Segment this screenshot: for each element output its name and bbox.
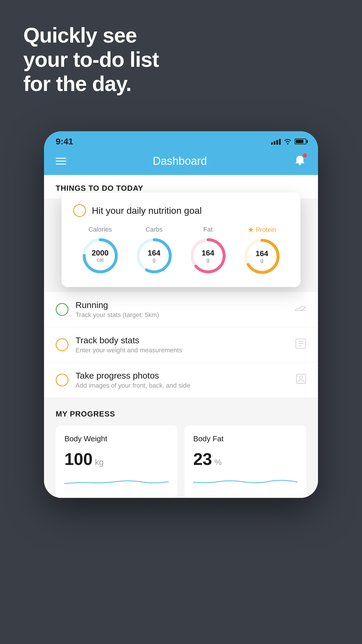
running-desc: Track your stats (target: 5km) xyxy=(75,311,295,319)
body-weight-value-row: 100 kg xyxy=(64,449,169,469)
fat-value: 164 xyxy=(202,249,214,257)
body-weight-title: Body Weight xyxy=(64,434,169,443)
carbs-unit: g xyxy=(148,257,160,263)
fat-ring: 164 g xyxy=(189,237,227,275)
header-title: Dashboard xyxy=(153,155,207,167)
body-fat-title: Body Fat xyxy=(193,434,298,443)
svg-point-11 xyxy=(300,376,303,379)
app-header: Dashboard xyxy=(44,149,318,175)
running-shoe-icon xyxy=(295,303,306,316)
calories-unit: cal xyxy=(92,257,109,263)
running-checkbox[interactable] xyxy=(56,303,68,316)
todo-list: Running Track your stats (target: 5km) T… xyxy=(44,292,318,398)
progress-section: MY PROGRESS Body Weight 100 kg Body Fat xyxy=(44,398,318,498)
nutrition-carbs: Carbs 164 g xyxy=(135,226,173,275)
body-fat-card: Body Fat 23 % xyxy=(184,426,306,498)
wifi-icon xyxy=(284,138,292,145)
todo-item-body-stats[interactable]: Track body stats Enter your weight and m… xyxy=(44,327,318,363)
calories-ring: 2000 cal xyxy=(81,237,119,275)
status-time: 9:41 xyxy=(56,136,73,146)
body-fat-value: 23 xyxy=(193,449,212,469)
fat-label: Fat xyxy=(203,226,213,233)
running-text: Running Track your stats (target: 5km) xyxy=(75,300,295,319)
progress-cards: Body Weight 100 kg Body Fat 23 % xyxy=(56,426,306,498)
protein-value: 164 xyxy=(256,249,268,258)
nutrition-fat: Fat 164 g xyxy=(189,226,227,275)
todo-item-running[interactable]: Running Track your stats (target: 5km) xyxy=(44,292,318,327)
body-weight-unit: kg xyxy=(95,458,104,467)
body-fat-unit: % xyxy=(215,458,222,467)
carbs-value: 164 xyxy=(148,249,160,257)
photos-desc: Add images of your front, back, and side xyxy=(75,382,296,389)
nutrition-card-title: Hit your daily nutrition goal xyxy=(92,205,202,216)
photos-checkbox[interactable] xyxy=(56,374,68,386)
carbs-ring: 164 g xyxy=(135,237,173,275)
carbs-label: Carbs xyxy=(145,226,163,233)
app-content: THINGS TO DO TODAY Hit your daily nutrit… xyxy=(44,175,318,498)
body-stats-name: Track body stats xyxy=(75,335,295,345)
nutrition-circles: Calories 2000 cal Carbs xyxy=(73,226,289,275)
protein-unit: g xyxy=(256,258,268,263)
headline-line1: Quickly see xyxy=(23,23,159,48)
nutrition-calories: Calories 2000 cal xyxy=(81,226,119,275)
notification-bell-button[interactable] xyxy=(294,154,306,168)
body-weight-card: Body Weight 100 kg xyxy=(56,426,178,498)
body-stats-checkbox[interactable] xyxy=(56,338,68,351)
body-fat-value-row: 23 % xyxy=(193,449,298,469)
body-fat-chart xyxy=(193,473,298,488)
nutrition-card: Hit your daily nutrition goal Calories 2… xyxy=(61,192,301,287)
phone-mockup: 9:41 Dashboard xyxy=(44,131,318,498)
body-weight-value: 100 xyxy=(64,449,93,469)
signal-bars-icon xyxy=(271,138,281,145)
fat-unit: g xyxy=(202,257,214,263)
photos-text: Take progress photos Add images of your … xyxy=(75,371,296,389)
nutrition-protein: ★ Protein 164 g xyxy=(243,226,281,275)
body-stats-text: Track body stats Enter your weight and m… xyxy=(75,335,295,354)
protein-label: Protein xyxy=(256,226,276,234)
body-stats-desc: Enter your weight and measurements xyxy=(75,346,295,354)
person-photo-icon xyxy=(296,374,306,387)
protein-ring: 164 g xyxy=(243,237,281,275)
status-icons xyxy=(271,138,306,145)
photos-name: Take progress photos xyxy=(75,371,296,381)
headline-line2: your to-do list xyxy=(23,48,159,72)
calories-value: 2000 xyxy=(92,249,109,257)
todo-item-photos[interactable]: Take progress photos Add images of your … xyxy=(44,363,318,398)
svg-point-0 xyxy=(287,143,289,145)
nutrition-checkbox[interactable] xyxy=(73,204,86,217)
headline-line3: for the day. xyxy=(23,72,159,96)
status-bar: 9:41 xyxy=(44,131,318,149)
running-name: Running xyxy=(75,300,295,310)
progress-title: MY PROGRESS xyxy=(56,410,306,419)
hamburger-menu-icon[interactable] xyxy=(56,158,66,164)
battery-icon xyxy=(295,139,306,144)
scale-icon xyxy=(295,338,306,351)
things-to-do-title: THINGS TO DO TODAY xyxy=(56,184,143,192)
calories-label: Calories xyxy=(88,226,112,233)
body-weight-chart xyxy=(64,473,169,488)
notification-dot xyxy=(303,153,307,158)
protein-star-icon: ★ xyxy=(248,226,254,234)
headline: Quickly see your to-do list for the day. xyxy=(23,23,159,96)
card-header: Hit your daily nutrition goal xyxy=(73,204,289,217)
